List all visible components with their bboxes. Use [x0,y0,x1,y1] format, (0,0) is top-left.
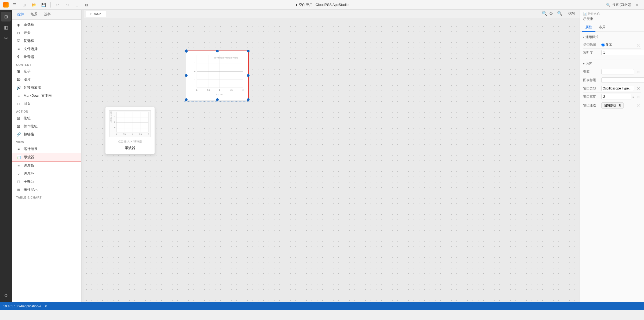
windowwidth-x[interactable]: (x) [636,95,641,98]
hidden-radio-show[interactable]: 显示 [601,42,612,47]
hidden-radio-input[interactable] [601,43,605,46]
fileselect-icon: ≡ [16,46,21,51]
markdown-icon: ≡ [16,93,21,98]
comp-actionbtn[interactable]: ⊡ 操作按钮 [12,122,81,130]
rp-tab-properties[interactable]: 属性 [582,23,595,32]
tab-controls[interactable]: 控件 [14,10,27,19]
webpage-icon: □ [16,101,21,106]
comp-button[interactable]: ⊡ 按钮 [12,114,81,122]
search-label[interactable]: 搜索 (Ctrl+Q) [612,2,631,7]
comp-fileselect[interactable]: ≡ 文件选择 [12,45,81,53]
resource-x[interactable]: (x) [636,70,641,73]
hidden-radio-group: 显示 [601,42,612,47]
rp-row-windowtype: 窗口类型 Oscilloscope Type... (x) [583,84,641,93]
oscilloscope-widget[interactable]: 1 0 -1 0 0.5 1 1.5 2 x × 1e00 图表标题 图表标题 … [186,51,249,100]
canvas-workspace[interactable]: 1 0 -1 0 0.5 1 1.5 2 x × 1e00 图表标题 图表标题 … [84,18,580,302]
rp-row-outputchannel: 输出通道 编辑数据 [1] (x) [583,101,641,110]
tooltip-svg: 4 2 0 0 0.5 1 1.5 2 点击输入 Y 轴标题 [109,111,151,138]
comp-box[interactable]: ▣ 盒子 [12,67,81,75]
comp-recorder[interactable]: 🎙 录音器 [12,53,81,61]
outputchannel-x[interactable]: (x) [636,104,641,107]
section-content: CONTENT [12,61,81,67]
titlebar: ☰ ⊞ 📂 💾 ↩ ↪ ⊡ ⊠ ● 空白应用 - CloudPSS AppStu… [0,0,644,10]
actionbtn-icon: ⊡ [16,124,21,129]
zoom-reset-icon[interactable]: ⊙ [549,11,553,16]
rp-row-opacity: 透明度 (x) [583,49,641,57]
windowwidth-label: 窗口宽度 [583,95,599,99]
comp-image[interactable]: 🖼 图片 [12,75,81,84]
redo-icon[interactable]: ↪ [64,1,71,9]
divider1 [580,59,644,59]
oscilloscope-icon: 📊 [16,155,21,160]
outputchannel-btn[interactable]: 编辑数据 [1] [601,102,624,109]
new-icon[interactable]: ⊞ [20,1,28,9]
comp-runresult[interactable]: ≡ 运行结果 [12,145,81,153]
icon-sidebar: ⊞ ◧ ✂ ⚙ [0,10,12,302]
windowtype-value: Oscilloscope Type... [601,86,634,91]
svg-text:1: 1 [132,133,133,135]
canvas-tab-main[interactable]: □ main [86,11,106,17]
sidebar-tools-btn[interactable]: ✂ [1,33,11,43]
comp-webpage[interactable]: □ 网页 [12,100,81,108]
resource-select[interactable] [601,69,634,74]
opacity-input[interactable] [601,50,644,55]
sidebar-layers-btn[interactable]: ◧ [1,23,11,32]
resize-handle[interactable]: ⋮ [82,10,84,302]
sidebar-settings-btn[interactable]: ⚙ [1,290,11,300]
comp-progress[interactable]: ≡ 进度条 [12,161,81,170]
progressring-icon: ○ [16,171,21,176]
rp-row-hidden: 是否隐藏 显示 (x) [583,41,641,49]
save-icon[interactable]: 💾 [40,1,47,9]
sidebar-components-btn[interactable]: ⊞ [1,12,11,21]
comp-switch[interactable]: ⊡ 开关 [12,29,81,37]
file-menu-icon[interactable]: ☰ [11,1,18,9]
close-icon[interactable]: ✕ [633,1,641,9]
windowtype-select[interactable]: Oscilloscope Type... [601,86,634,91]
comp-progressring[interactable]: ○ 进度环 [12,170,81,178]
status-value: 0 [45,304,47,308]
zoom-in-icon[interactable]: 🔍 [557,11,562,16]
comp-substage[interactable]: □ 子舞台 [12,178,81,186]
hidden-x[interactable]: (x) [636,43,641,46]
svg-text:0.5: 0.5 [123,133,126,135]
windowwidth-input[interactable] [601,94,631,99]
tooltip-x-hint: 点击输入 X 轴标题 [118,139,142,143]
rp-row-charttitle: 图表标题 (x) [583,76,641,84]
component-name-row: 📊 控件名称 [583,12,641,16]
charttitle-label: 图表标题 [583,78,599,82]
checkbox-icon: ☑ [16,38,21,43]
charttitle-input[interactable] [601,77,644,83]
comp-radio[interactable]: ◉ 单选框 [12,21,81,29]
preview-icon[interactable]: ⊡ [73,1,81,9]
svg-text:0: 0 [114,127,115,128]
comp-link[interactable]: 🔗 超链接 [12,130,81,138]
settings-icon[interactable]: ⊠ [83,1,90,9]
zoom-out-icon[interactable]: 🔍 [542,11,547,16]
windowtype-x[interactable]: (x) [636,87,641,90]
comp-checkbox[interactable]: ☑ 复选框 [12,37,81,45]
search-icon: 🔍 [606,3,610,7]
resource-value [601,69,634,74]
tab-select[interactable]: 选择 [41,10,54,19]
comp-oscilloscope[interactable]: 📊 示波器 [12,153,81,161]
undo-icon[interactable]: ↩ [54,1,61,9]
substage-icon: □ [16,179,21,184]
rp-tab-layout[interactable]: 布局 [595,23,609,32]
component-icon: 📊 [583,12,587,16]
comp-markdown[interactable]: ≡ MarkDown 文本框 [12,92,81,100]
status-url: 10.101.10.94/application/# [3,304,41,308]
comp-audio[interactable]: 🔊 音频播放器 [12,84,81,92]
app-icon [3,2,9,8]
topology-icon: ⊞ [16,187,21,192]
chevron-down2: ▾ [583,62,584,65]
right-panel-content: ▾ 通用样式 是否隐藏 显示 (x) [580,32,644,302]
hidden-value: 显示 [601,42,634,47]
comp-topology[interactable]: ⊞ 拓扑展示 [12,186,81,194]
open-icon[interactable]: 📂 [30,1,38,9]
section-content-title: ▾ 内容 [583,62,641,66]
hidden-label: 是否隐藏 [583,42,599,47]
right-panel-tabs: 属性 布局 [580,23,644,32]
svg-text:图表标题 图表标题 图表标题: 图表标题 图表标题 图表标题 [214,57,238,59]
recorder-icon: 🎙 [16,55,21,59]
tab-scene[interactable]: 场景 [27,10,41,19]
